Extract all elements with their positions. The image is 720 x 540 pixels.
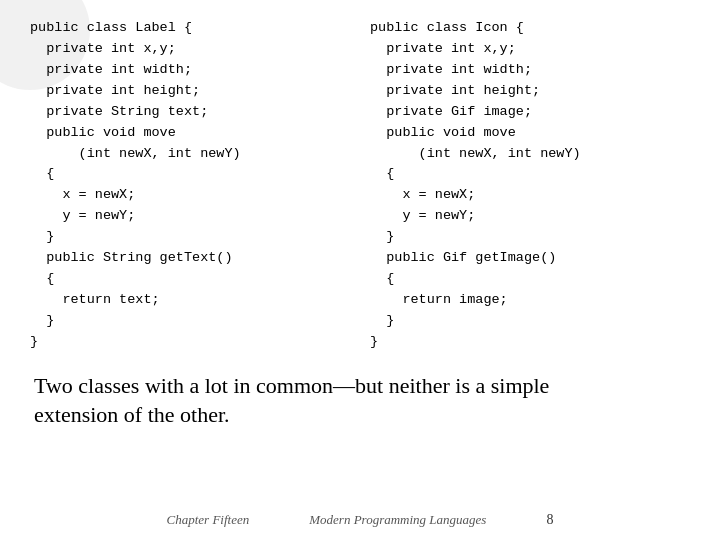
code-section: public class Label { private int x,y; pr…	[30, 18, 690, 353]
content-area: public class Label { private int x,y; pr…	[0, 0, 720, 440]
footer-chapter: Chapter Fifteen	[167, 512, 250, 528]
description-text: Two classes with a lot in common—but nei…	[34, 371, 690, 430]
footer-page-number: 8	[546, 512, 553, 528]
slide-container: public class Label { private int x,y; pr…	[0, 0, 720, 540]
code-block-left: public class Label { private int x,y; pr…	[30, 18, 350, 353]
code-block-right: public class Icon { private int x,y; pri…	[370, 18, 690, 353]
description-line1: Two classes with a lot in common—but nei…	[34, 373, 549, 398]
footer: Chapter Fifteen Modern Programming Langu…	[0, 512, 720, 528]
description-line2: extension of the other.	[34, 402, 230, 427]
footer-title: Modern Programming Languages	[309, 512, 486, 528]
